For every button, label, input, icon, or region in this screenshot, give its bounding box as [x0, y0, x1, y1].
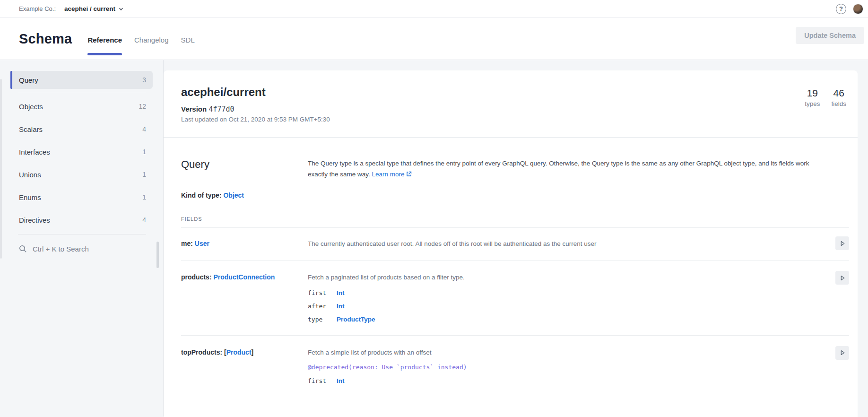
sidebar-item-unions[interactable]: Unions 1	[0, 163, 163, 186]
field-type-link[interactable]: ProductConnection	[213, 273, 275, 281]
field-description: Fetch a paginated list of products based…	[308, 273, 821, 282]
topbar-right-group: ?	[836, 4, 863, 14]
stat-fields: 46 fields	[831, 87, 846, 107]
graph-selector-value: acephei / current	[64, 5, 115, 12]
field-description: The currently authenticated user root. A…	[308, 239, 821, 249]
kind-value-link[interactable]: Object	[223, 191, 244, 199]
active-item-bar	[10, 71, 12, 89]
chevron-down-icon	[119, 7, 123, 11]
search-icon	[19, 245, 27, 253]
arg-name: after	[308, 303, 337, 310]
arg-type-link[interactable]: Int	[337, 289, 345, 296]
field-args: first Int	[308, 377, 821, 384]
schema-stats: 19 types 46 fields	[805, 87, 846, 107]
tab-reference-label: Reference	[87, 36, 122, 44]
field-name-text: products:	[181, 273, 213, 281]
sidebar-item-enums[interactable]: Enums 1	[0, 186, 163, 208]
schema-sidebar: Query 3 Objects 12 Scalars 4 Interfaces …	[0, 60, 163, 417]
version-line: Version 4f77d0	[181, 105, 849, 113]
search-hint: Ctrl + K to Search	[33, 245, 89, 253]
stat-fields-label: fields	[831, 100, 846, 107]
sidebar-item-label: Interfaces	[19, 148, 50, 156]
sidebar-item-count: 3	[142, 76, 146, 84]
sidebar-scrollbar-thumb[interactable]	[156, 242, 159, 268]
help-icon[interactable]: ?	[836, 4, 846, 14]
schema-card: acephei/current Version 4f77d0 Last upda…	[164, 70, 858, 417]
field-name: topProducts: [Product]	[181, 348, 253, 356]
tab-changelog-label: Changelog	[134, 36, 169, 44]
play-icon	[839, 274, 846, 282]
arg-row: first Int	[308, 289, 821, 296]
run-in-explorer-button[interactable]	[835, 346, 849, 360]
arg-row: first Int	[308, 377, 821, 384]
type-description: The Query type is a special type that de…	[308, 158, 821, 180]
arg-type-link[interactable]: Int	[337, 377, 345, 384]
field-name-text: me:	[181, 240, 195, 247]
field-type-link[interactable]: Product	[226, 348, 252, 356]
help-glyph: ?	[839, 5, 843, 12]
field-name: me: User	[181, 240, 209, 247]
run-in-explorer-button[interactable]	[835, 271, 849, 285]
kind-of-type: Kind of type: Object	[181, 191, 308, 199]
fields-section-label: FIELDS	[181, 216, 308, 222]
sidebar-item-count: 1	[142, 171, 146, 178]
learn-more-link[interactable]: Learn more	[372, 171, 412, 178]
field-type-link[interactable]: User	[195, 240, 209, 247]
sidebar-item-label: Unions	[19, 171, 41, 179]
graph-summary: acephei/current Version 4f77d0 Last upda…	[164, 70, 858, 138]
field-row-top-products: topProducts: [Product] Fetch a simple li…	[181, 336, 849, 395]
tab-changelog[interactable]: Changelog	[134, 18, 169, 60]
arg-name: first	[308, 377, 337, 384]
tab-sdl-label: SDL	[181, 36, 195, 44]
type-name: Query	[181, 158, 308, 171]
learn-more-label: Learn more	[372, 171, 405, 178]
field-name-text: topProducts:	[181, 348, 224, 356]
last-updated: Last updated on Oct 21, 2020 at 9:53 PM …	[181, 116, 849, 123]
sidebar-item-scalars[interactable]: Scalars 4	[0, 118, 163, 140]
graph-title: acephei/current	[181, 86, 849, 99]
type-section-query: Query Kind of type: Object FIELDS The Qu…	[164, 138, 858, 395]
type-bracket-close: ]	[252, 348, 254, 356]
content-area: Query 3 Objects 12 Scalars 4 Interfaces …	[0, 60, 868, 417]
sidebar-item-count: 1	[142, 193, 146, 201]
arg-name: type	[308, 316, 337, 323]
tab-sdl[interactable]: SDL	[181, 18, 195, 60]
sidebar-item-query[interactable]: Query 3	[10, 71, 153, 89]
sidebar-item-label: Query	[19, 76, 38, 84]
play-icon	[839, 349, 846, 356]
update-schema-button[interactable]: Update Schema	[796, 27, 864, 44]
field-row-me: me: User The currently authenticated use…	[181, 228, 849, 261]
version-value: 4f77d0	[208, 105, 234, 113]
sidebar-item-label: Directives	[19, 216, 50, 224]
sidebar-item-label: Objects	[19, 103, 43, 111]
user-avatar[interactable]	[853, 4, 863, 14]
tab-reference[interactable]: Reference	[87, 18, 122, 60]
active-tab-indicator	[87, 53, 122, 55]
sidebar-item-label: Scalars	[19, 125, 43, 133]
sidebar-item-count: 4	[142, 125, 146, 133]
kind-label: Kind of type:	[181, 191, 223, 199]
sidebar-item-count: 4	[142, 216, 146, 224]
org-label: Example Co.:	[19, 5, 56, 12]
arg-type-link[interactable]: ProductType	[337, 316, 375, 323]
stat-types-value: 19	[807, 87, 818, 99]
field-row-products: products: ProductConnection Fetch a pagi…	[181, 261, 849, 335]
arg-name: first	[308, 289, 337, 296]
version-label: Version	[181, 105, 207, 113]
sidebar-item-directives[interactable]: Directives 4	[0, 208, 163, 231]
run-in-explorer-button[interactable]	[835, 236, 849, 250]
graph-selector-dropdown[interactable]: acephei / current	[64, 5, 123, 12]
field-description: Fetch a simple list of products with an …	[308, 348, 821, 357]
sidebar-item-interfaces[interactable]: Interfaces 1	[0, 140, 163, 163]
tab-bar: Reference Changelog SDL	[87, 18, 194, 60]
arg-row: type ProductType	[308, 316, 821, 323]
page-title: Schema	[19, 31, 72, 47]
field-args: first Int after Int type ProductType	[308, 289, 821, 323]
schema-search[interactable]: Ctrl + K to Search	[0, 238, 163, 260]
stat-types: 19 types	[805, 87, 820, 107]
sidebar-section-divider	[18, 92, 146, 92]
sidebar-item-objects[interactable]: Objects 12	[0, 95, 163, 118]
top-bar: Example Co.: acephei / current ?	[0, 0, 868, 18]
arg-type-link[interactable]: Int	[337, 303, 345, 310]
field-name: products: ProductConnection	[181, 273, 275, 281]
